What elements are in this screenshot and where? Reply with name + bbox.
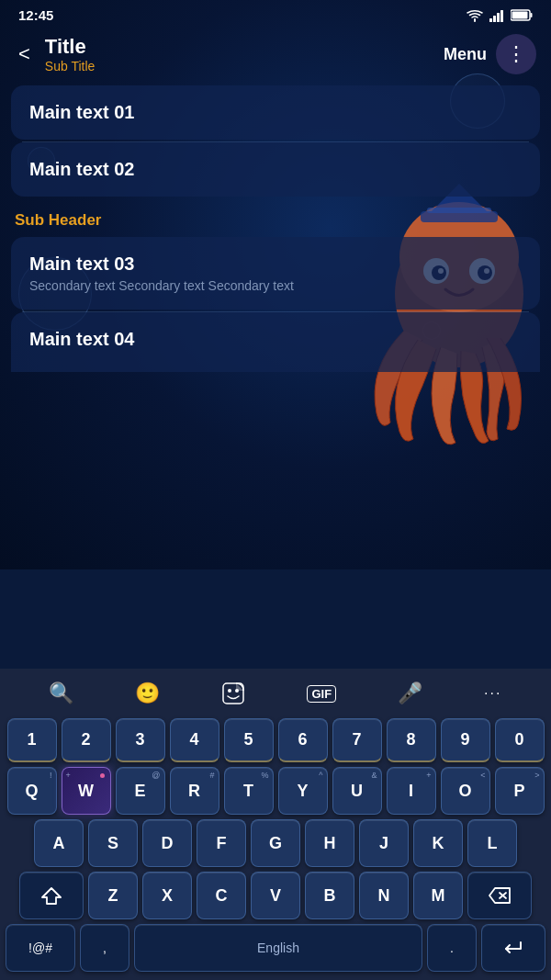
key-t[interactable]: %T [224,767,274,815]
back-button[interactable]: < [15,39,34,70]
key-b[interactable]: B [305,872,354,919]
enter-icon [502,939,524,957]
wifi-icon [467,9,483,22]
key-1[interactable]: 1 [7,718,57,762]
delete-icon [488,886,512,905]
key-o[interactable]: <O [441,767,490,815]
list-item-2[interactable]: Main text 02 [11,142,540,197]
more-menu-button[interactable]: ⋮ [496,34,536,74]
status-icons [467,9,533,22]
list-item-1[interactable]: Main text 01 [11,85,540,140]
key-2[interactable]: 2 [62,718,111,762]
list-item-3-secondary: Secondary text Secondary text Secondary … [29,278,522,293]
key-r[interactable]: #R [170,767,219,815]
list-item-3[interactable]: Main text 03 Secondary text Secondary te… [11,237,540,310]
header-subtitle: Sub Title [45,59,444,73]
key-d[interactable]: D [142,819,192,867]
key-m[interactable]: M [413,872,463,919]
zxcv-row: Z X C V B N M [6,872,545,919]
numbers-switch-key[interactable]: !@# [6,924,75,972]
list-item-4-partial[interactable]: Main text 04 [11,312,540,372]
key-n[interactable]: N [359,872,409,919]
svg-rect-11 [489,18,492,22]
svg-rect-18 [223,683,243,704]
svg-marker-21 [42,888,61,904]
space-key[interactable]: English [134,924,422,972]
key-l[interactable]: L [467,819,517,867]
bottom-row: !@# , English . [6,924,545,972]
key-p[interactable]: >P [495,767,545,815]
key-9[interactable]: 9 [441,718,490,762]
svg-rect-12 [493,16,496,22]
keyboard-toolbar: 🔍 🙂 GIF 🎤 ··· [0,669,551,715]
key-y[interactable]: ^Y [278,767,328,815]
key-0[interactable]: 0 [495,718,545,762]
keyboard-rows: 1 2 3 4 5 6 7 8 9 0 !Q + W @E #R %T ^Y &… [0,715,551,980]
key-7[interactable]: 7 [332,718,382,762]
key-3[interactable]: 3 [116,718,165,762]
enter-key[interactable] [481,924,545,972]
search-tool-button[interactable]: 🔍 [41,678,81,709]
status-bar: 12:45 [0,0,551,27]
key-i[interactable]: +I [387,767,436,815]
key-8[interactable]: 8 [387,718,436,762]
shift-icon [41,886,62,905]
svg-point-19 [228,689,231,693]
header-title: Title [45,35,444,59]
key-6[interactable]: 6 [278,718,328,762]
key-j[interactable]: J [359,819,409,867]
key-s[interactable]: S [88,819,138,867]
delete-key[interactable] [467,872,532,919]
sticker-tool-button[interactable] [214,678,253,709]
signal-icon [489,9,505,22]
sticker-icon [221,681,245,705]
gif-tool-button[interactable]: GIF [299,681,343,706]
gif-label: GIF [307,685,336,703]
menu-label[interactable]: Menu [444,45,487,64]
key-z[interactable]: Z [88,872,138,919]
key-f[interactable]: F [197,819,246,867]
header-titles: Title Sub Title [45,35,444,73]
comma-key[interactable]: , [80,924,129,972]
qwerty-row: !Q + W @E #R %T ^Y &U +I <O >P [6,767,545,815]
key-w[interactable]: + W [62,767,111,815]
key-5[interactable]: 5 [224,718,274,762]
key-g[interactable]: G [251,819,300,867]
more-tool-button[interactable]: ··· [477,681,509,705]
emoji-tool-button[interactable]: 🙂 [128,678,167,709]
vertical-dots-icon: ⋮ [506,44,527,64]
w-dot-indicator [100,773,105,778]
list-item-1-title: Main text 01 [29,102,522,123]
mic-tool-button[interactable]: 🎤 [390,678,430,709]
shift-key[interactable] [19,872,84,919]
svg-rect-17 [512,12,528,19]
header-right: Menu ⋮ [444,34,536,74]
period-key[interactable]: . [427,924,477,972]
key-h[interactable]: H [305,819,354,867]
key-c[interactable]: C [197,872,246,919]
number-row: 1 2 3 4 5 6 7 8 9 0 [6,718,545,762]
list-item-4-title: Main text 04 [29,329,522,350]
svg-rect-14 [500,10,503,22]
time-display: 12:45 [18,7,53,23]
sub-header: Sub Header [0,198,551,237]
key-4[interactable]: 4 [170,718,219,762]
list-area-2: Main text 03 Secondary text Secondary te… [0,237,551,312]
app-header: < Title Sub Title Menu ⋮ [0,27,551,85]
svg-rect-13 [497,13,500,22]
list-item-2-title: Main text 02 [29,159,522,180]
key-a[interactable]: A [34,819,84,867]
keyboard: 🔍 🙂 GIF 🎤 ··· 1 2 3 4 5 6 7 [0,669,551,980]
key-e[interactable]: @E [116,767,165,815]
key-v[interactable]: V [251,872,300,919]
list-item-3-title: Main text 03 [29,253,522,275]
key-q[interactable]: !Q [7,767,57,815]
svg-rect-16 [531,13,533,17]
key-k[interactable]: K [413,819,463,867]
asdf-row: A S D F G H J K L [6,819,545,867]
battery-icon [511,9,533,21]
key-u[interactable]: &U [332,767,382,815]
key-x[interactable]: X [142,872,192,919]
list-area: Main text 01 Main text 02 [0,85,551,197]
